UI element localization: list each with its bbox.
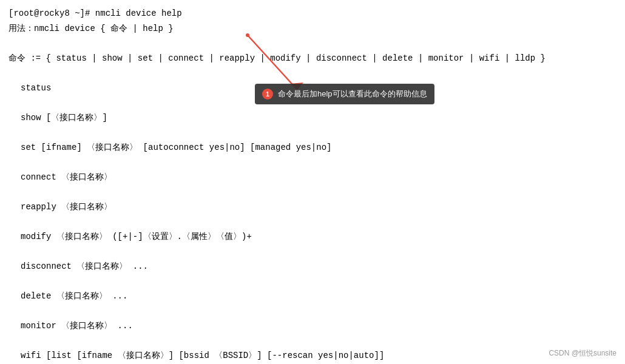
- line-blank8: [8, 244, 617, 259]
- watermark: CSDN @恒悦sunsite: [549, 347, 617, 359]
- line-blank2: [8, 66, 617, 81]
- line-wifi-list: wifi [list [ifname 〈接口名称〉] [bssid 〈BSSID…: [8, 348, 617, 363]
- line-blank4: [8, 125, 617, 140]
- line-blank6: [8, 184, 617, 200]
- line-blank1: [8, 36, 617, 51]
- line-set: set [ifname] 〈接口名称〉 [autoconnect yes|no]…: [8, 140, 617, 155]
- line-blank11: [8, 333, 617, 348]
- line-modify: modify 〈接口名称〉 ([+|-]〈设置〉.〈属性〉〈值〉)+: [8, 229, 617, 244]
- line-usage: 用法：nmcli device { 命令 | help }: [8, 21, 617, 36]
- line-blank5: [8, 155, 617, 170]
- tooltip-badge: 1: [262, 89, 273, 99]
- tooltip-text: 命令最后加help可以查看此命令的帮助信息: [278, 87, 427, 101]
- line-prompt: [root@rocky8 ~]# nmcli device help: [8, 6, 617, 21]
- line-connect: connect 〈接口名称〉: [8, 170, 617, 185]
- line-disconnect: disconnect 〈接口名称〉 ...: [8, 259, 617, 274]
- line-delete: delete 〈接口名称〉 ...: [8, 289, 617, 304]
- tooltip: 1 命令最后加help可以查看此命令的帮助信息: [255, 84, 434, 104]
- line-reapply: reapply 〈接口名称〉: [8, 200, 617, 215]
- line-blank10: [8, 303, 617, 318]
- line-monitor: monitor 〈接口名称〉 ...: [8, 318, 617, 334]
- line-blank7: [8, 214, 617, 229]
- terminal: [root@rocky8 ~]# nmcli device help 用法：nm…: [0, 0, 625, 364]
- line-blank9: [8, 274, 617, 289]
- line-cmddef: 命令 := { status | show | set | connect | …: [8, 51, 617, 66]
- line-show: show [〈接口名称〉]: [8, 110, 617, 126]
